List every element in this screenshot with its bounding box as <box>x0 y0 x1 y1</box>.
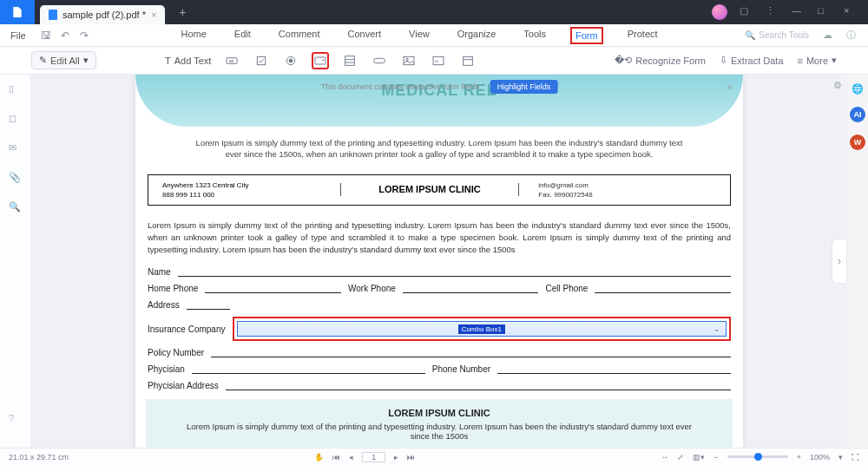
close-tab-icon[interactable]: × <box>151 10 156 20</box>
label-cell-phone: Cell Phone <box>545 284 588 293</box>
menu-form[interactable]: Form <box>570 27 603 44</box>
prev-icon[interactable]: ◂ <box>349 453 353 462</box>
zoom-slider[interactable] <box>727 455 788 458</box>
menu-comment[interactable]: Comment <box>275 27 324 44</box>
translate-icon[interactable]: 🌐 <box>852 83 864 95</box>
name-field[interactable] <box>178 268 731 277</box>
menu-view[interactable]: View <box>405 27 433 44</box>
extract-data-button[interactable]: ⇩Extract Data <box>720 55 784 66</box>
sliders-icon[interactable]: ⚙ <box>833 80 842 91</box>
view-mode-icon[interactable]: ▥▾ <box>693 453 705 462</box>
text-field-icon[interactable]: ab <box>223 52 240 69</box>
clinic-name: LOREM IPSUM CLINIC <box>340 183 520 196</box>
file-menu[interactable]: File <box>0 24 36 46</box>
hand-tool-icon[interactable]: ✋ <box>314 453 324 462</box>
image-field-icon[interactable] <box>400 52 418 69</box>
menu-protect[interactable]: Protect <box>624 27 661 44</box>
search-tools[interactable]: 🔍 Search Tools <box>745 30 809 40</box>
cell-phone-field[interactable] <box>595 285 731 293</box>
attachments-icon[interactable]: 📎 <box>9 172 23 186</box>
first-page-icon[interactable]: ⏮ <box>332 453 340 462</box>
save-icon[interactable]: 🖫 <box>36 29 56 42</box>
comments-icon[interactable]: ✉ <box>9 142 23 156</box>
highlight-fields-button[interactable]: Highlight Fields <box>490 80 558 94</box>
avatar[interactable] <box>712 4 727 20</box>
checkbox-field-icon[interactable] <box>253 52 270 69</box>
recognize-form-button[interactable]: �⟲Recognize Form <box>615 55 706 66</box>
menu-convert[interactable]: Convert <box>345 27 385 44</box>
redo-icon[interactable]: ↷ <box>75 29 94 42</box>
listbox-field-icon[interactable] <box>341 52 358 69</box>
undo-icon[interactable]: ↶ <box>56 29 75 42</box>
page-dimensions: 21.01 x 29.71 cm <box>9 453 69 462</box>
help-icon[interactable]: ⓘ <box>846 29 856 42</box>
word-badge[interactable]: W <box>850 134 865 150</box>
fit-width-icon[interactable]: ↔ <box>661 453 668 462</box>
menu-organize[interactable]: Organize <box>454 27 500 44</box>
help-bubble-icon[interactable]: ? <box>9 413 14 423</box>
phone-field[interactable] <box>497 365 731 374</box>
doc-icon <box>49 10 57 20</box>
radio-field-icon[interactable] <box>282 52 299 69</box>
date-field-icon[interactable] <box>459 52 477 69</box>
intro-text: Lorem Ipsum is simply dummy text of the … <box>148 127 731 167</box>
clinic-info-box: Anywhere 1323 Central City 888 999 111 0… <box>148 174 731 206</box>
maximize-icon[interactable]: □ <box>818 5 832 19</box>
last-page-icon[interactable]: ⏭ <box>407 453 415 462</box>
address-field[interactable] <box>187 301 230 310</box>
next-page-button[interactable]: › <box>832 239 847 284</box>
body-paragraph: Lorem Ipsum is simply dummy text of the … <box>148 213 731 260</box>
home-phone-field[interactable] <box>205 285 341 293</box>
svg-text:ab: ab <box>229 58 234 63</box>
menu-tools[interactable]: Tools <box>520 27 549 44</box>
cloud-icon[interactable]: ☁ <box>823 29 832 41</box>
pencil-icon: ✎ <box>39 55 47 66</box>
recognize-icon: �⟲ <box>615 55 632 66</box>
zoom-out-icon[interactable]: − <box>713 453 718 462</box>
close-window-icon[interactable]: × <box>844 5 858 19</box>
insurance-combobox[interactable]: Combo Box1 ⌄ <box>237 321 727 337</box>
physician-address-field[interactable] <box>226 382 731 390</box>
document-page: MEDICAL REL This document contains inter… <box>135 75 743 448</box>
clinic-phone: 888 999 111 000 <box>162 190 340 200</box>
label-home-phone: Home Phone <box>148 284 198 293</box>
signature-field-icon[interactable] <box>430 52 447 69</box>
fullscreen-icon[interactable]: ⛶ <box>852 453 859 462</box>
menu-edit[interactable]: Edit <box>231 27 254 44</box>
fit-page-icon[interactable]: ⤢ <box>677 453 684 462</box>
add-text-tool[interactable]: T Add Text <box>165 56 211 66</box>
svg-rect-5 <box>315 57 326 64</box>
svg-rect-2 <box>258 56 266 64</box>
ai-badge[interactable]: AI <box>850 107 865 122</box>
page-number[interactable]: 1 <box>362 452 385 462</box>
clinic-email: info@gmail.com <box>538 180 716 190</box>
label-policy: Policy Number <box>148 348 204 357</box>
minimize-icon[interactable]: — <box>792 5 806 19</box>
zoom-in-icon[interactable]: + <box>797 453 801 462</box>
more-button[interactable]: ≡More▾ <box>798 55 837 66</box>
app-logo[interactable] <box>0 0 35 24</box>
edit-all-button[interactable]: ✎ Edit All ▾ <box>31 51 96 69</box>
policy-field[interactable] <box>211 349 731 357</box>
label-phone: Phone Number <box>432 364 490 374</box>
search-panel-icon[interactable]: 🔍 <box>9 201 23 215</box>
bookmarks-icon[interactable]: ◻ <box>9 113 23 127</box>
combobox-field-icon[interactable] <box>312 52 329 69</box>
label-physician: Phycisian <box>148 364 185 374</box>
window-collapse-icon[interactable]: ▢ <box>740 5 753 19</box>
work-phone-field[interactable] <box>403 285 539 293</box>
window-menu-icon[interactable]: ⋮ <box>766 5 779 19</box>
chevron-down-icon: ⌄ <box>713 324 720 333</box>
next-icon[interactable]: ▸ <box>394 453 398 462</box>
zoom-dropdown-icon[interactable]: ▾ <box>838 453 843 462</box>
clinic-fax: Fax. 9990072548 <box>538 190 716 200</box>
button-field-icon[interactable] <box>371 52 388 69</box>
menu-home[interactable]: Home <box>178 27 210 44</box>
new-tab-button[interactable]: + <box>174 3 191 21</box>
document-tab[interactable]: sample pdf (2).pdf * × <box>40 5 165 24</box>
close-banner-icon[interactable]: × <box>727 82 733 94</box>
thumbnails-icon[interactable]: ▯ <box>9 83 23 97</box>
tab-title: sample pdf (2).pdf * <box>62 10 146 20</box>
physician-field[interactable] <box>192 365 425 374</box>
zoom-value[interactable]: 100% <box>810 453 830 462</box>
